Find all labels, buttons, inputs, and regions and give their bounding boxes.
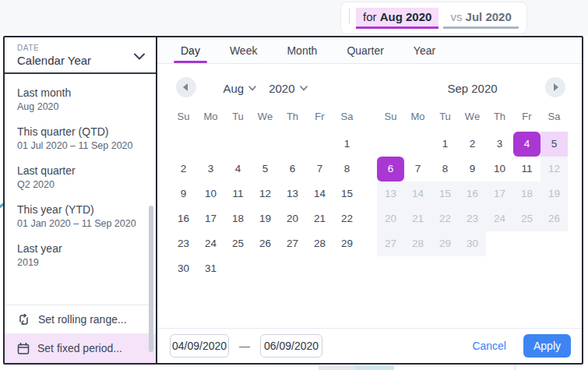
calendar-day-28[interactable]: 28 — [306, 231, 333, 256]
calendar-day-19: 19 — [540, 181, 568, 206]
calendar-grid-august: SuMoTuWeThFrSa12345678910111213141516171… — [170, 107, 361, 281]
calendar-pane: DayWeekMonthQuarterYear Aug 2020 — [157, 37, 582, 363]
period-comparison-bar: for Aug 2020 vs Jul 2020 — [340, 2, 527, 34]
calendar-cell-empty — [306, 256, 333, 281]
calendar-day-3[interactable]: 3 — [197, 157, 224, 181]
calendar-day-8[interactable]: 8 — [333, 157, 361, 181]
year-select[interactable]: 2020 — [269, 82, 307, 95]
calendar-day-5[interactable]: 5 — [252, 157, 279, 181]
calendar-day-16[interactable]: 16 — [170, 206, 197, 231]
calendar-day-10[interactable]: 10 — [486, 157, 513, 181]
primary-period-chip[interactable]: for Aug 2020 — [356, 8, 438, 29]
calendar-day-20[interactable]: 20 — [279, 206, 306, 231]
calendar-day-24[interactable]: 24 — [197, 231, 224, 256]
calendar-cell-empty — [252, 132, 279, 157]
calendar-day-28: 28 — [404, 231, 431, 256]
date-dimension-label: DATE — [17, 44, 145, 52]
calendar-cell-empty — [279, 256, 306, 281]
tab-month[interactable]: Month — [283, 37, 320, 63]
action-set-fixed-period[interactable]: Set fixed period... — [5, 333, 156, 363]
secondary-period-chip[interactable]: vs Jul 2020 — [443, 8, 518, 29]
calendar-cell-empty — [170, 132, 197, 157]
calendar-cell-empty — [306, 132, 333, 157]
right-month-header: Sep 2020 — [377, 77, 568, 99]
tab-quarter[interactable]: Quarter — [343, 37, 386, 63]
calendar-day-3[interactable]: 3 — [486, 132, 513, 157]
calendar-day-2[interactable]: 2 — [459, 132, 486, 157]
calendar-day-1[interactable]: 1 — [333, 132, 361, 157]
calendar-day-4[interactable]: 4 — [513, 132, 540, 157]
preset-item-this-year-ytd[interactable]: This year (YTD)01 Jan 2020 – 11 Sep 2020 — [5, 196, 156, 235]
calendar-day-25: 25 — [513, 206, 540, 231]
calendar-week-row: 13141516171819 — [377, 181, 568, 206]
calendar-day-9[interactable]: 9 — [170, 181, 197, 206]
previous-month-button[interactable] — [176, 77, 196, 97]
calendar-day-6[interactable]: 6 — [279, 157, 306, 181]
date-picker-panel: DATE Calendar Year Last monthAug 2020Thi… — [3, 36, 583, 365]
calendar-day-23: 23 — [459, 206, 486, 231]
calendar-day-29[interactable]: 29 — [333, 231, 361, 256]
calendar-week-row: 27282930 — [377, 231, 568, 256]
calendar-day-7[interactable]: 7 — [306, 157, 333, 181]
scrollbar-thumb[interactable] — [149, 206, 153, 352]
calendar-day-22[interactable]: 22 — [333, 206, 361, 231]
calendar-grids: SuMoTuWeThFrSa12345678910111213141516171… — [170, 107, 569, 281]
calendar-day-18[interactable]: 18 — [224, 206, 252, 231]
tab-day[interactable]: Day — [178, 37, 203, 63]
calendar-day-9[interactable]: 9 — [459, 157, 486, 181]
calendar-day-11[interactable]: 11 — [513, 157, 540, 181]
tab-week[interactable]: Week — [227, 37, 261, 63]
action-label: Set fixed period... — [37, 342, 122, 354]
calendar-day-21[interactable]: 21 — [306, 206, 333, 231]
calendar-day-14[interactable]: 14 — [306, 181, 333, 206]
preset-title: This quarter (QTD) — [17, 125, 143, 138]
primary-period-prefix: for — [363, 10, 380, 23]
calendar-day-17[interactable]: 17 — [197, 206, 224, 231]
granularity-tabs: DayWeekMonthQuarterYear — [157, 37, 582, 64]
action-label: Set rolling range... — [38, 313, 127, 326]
calendar-day-25[interactable]: 25 — [224, 231, 252, 256]
chevron-down-icon — [300, 86, 308, 91]
weekday-header-row: SuMoTuWeThFrSa — [170, 107, 361, 126]
tab-year[interactable]: Year — [410, 37, 438, 63]
calendar-day-1[interactable]: 1 — [431, 132, 459, 157]
preset-subtitle: Aug 2020 — [17, 101, 143, 112]
calendar-week-row: 12345 — [377, 132, 568, 157]
calendar-day-11[interactable]: 11 — [224, 181, 252, 206]
calendar-day-10[interactable]: 10 — [197, 181, 224, 206]
preset-item-this-quarter-qtd[interactable]: This quarter (QTD)01 Jul 2020 – 11 Sep 2… — [5, 118, 156, 157]
preset-item-last-quarter[interactable]: Last quarterQ2 2020 — [5, 157, 156, 196]
preset-item-last-year[interactable]: Last year2019 — [5, 235, 156, 274]
calendar-day-26[interactable]: 26 — [252, 231, 279, 256]
range-start-input[interactable] — [170, 334, 229, 358]
calendar-day-4[interactable]: 4 — [224, 157, 252, 181]
calendar-day-7[interactable]: 7 — [404, 157, 431, 181]
next-month-button[interactable] — [545, 77, 565, 97]
action-set-rolling-range[interactable]: Set rolling range... — [5, 305, 156, 333]
calendar-day-19[interactable]: 19 — [252, 206, 279, 231]
calendar-day-5[interactable]: 5 — [540, 132, 568, 157]
calendar-day-31[interactable]: 31 — [197, 256, 224, 281]
calendar-day-2[interactable]: 2 — [170, 157, 197, 181]
calendar-day-12: 12 — [540, 157, 568, 181]
calendar-cell-empty — [513, 231, 540, 256]
calendar-day-12[interactable]: 12 — [252, 181, 279, 206]
calendar-cell-empty — [404, 132, 431, 157]
calendar-day-23[interactable]: 23 — [170, 231, 197, 256]
month-select-value: Aug — [223, 82, 244, 95]
calendar-day-27[interactable]: 27 — [279, 231, 306, 256]
month-select[interactable]: Aug — [223, 82, 256, 95]
apply-button[interactable]: Apply — [523, 334, 571, 358]
calendar-cell-empty — [197, 132, 224, 157]
calendar-day-8[interactable]: 8 — [431, 157, 459, 181]
preset-item-last-month[interactable]: Last monthAug 2020 — [5, 79, 156, 118]
calendar-day-30[interactable]: 30 — [170, 256, 197, 281]
calendar-day-13[interactable]: 13 — [279, 181, 306, 206]
calendar-day-15[interactable]: 15 — [333, 181, 361, 206]
calendar-day-6[interactable]: 6 — [377, 157, 404, 181]
range-end-input[interactable] — [260, 334, 322, 358]
cancel-button[interactable]: Cancel — [472, 340, 506, 352]
date-picker-sidebar: DATE Calendar Year Last monthAug 2020Thi… — [5, 37, 157, 363]
calendar-day-16: 16 — [459, 181, 486, 206]
date-dimension-select[interactable]: DATE Calendar Year — [5, 37, 156, 74]
